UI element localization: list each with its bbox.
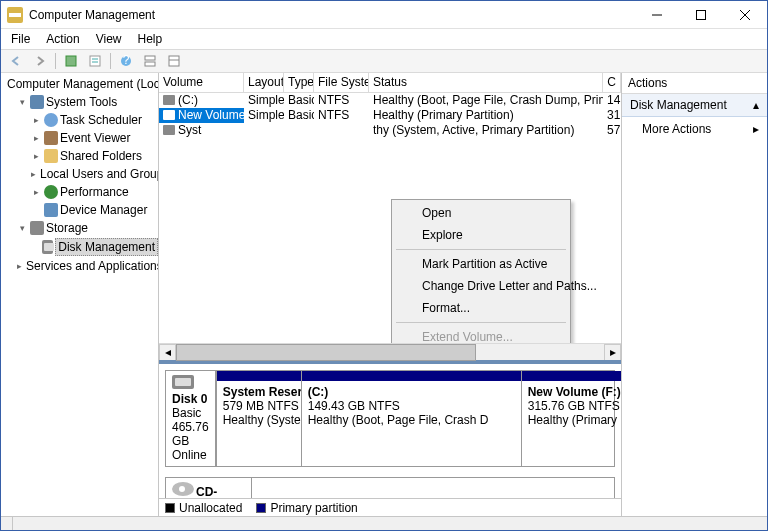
context-menu: Open Explore Mark Partition as Active Ch…	[391, 199, 571, 343]
cell	[244, 123, 284, 138]
svg-rect-12	[169, 56, 179, 66]
back-button[interactable]	[5, 50, 27, 72]
chevron-right-icon[interactable]	[31, 133, 42, 144]
tree-services[interactable]: Services and Applications	[15, 257, 158, 275]
minimize-button[interactable]	[635, 1, 679, 28]
forward-button[interactable]	[29, 50, 51, 72]
volume-row-selected[interactable]: New Volume (F:) Simple Basic NTFS Health…	[159, 108, 621, 123]
chevron-down-icon[interactable]	[17, 223, 28, 234]
collapse-icon[interactable]: ▴	[753, 98, 759, 112]
menu-view[interactable]: View	[90, 31, 128, 47]
tree-storage[interactable]: Storage	[15, 219, 158, 237]
maximize-button[interactable]	[679, 1, 723, 28]
chevron-right-icon[interactable]	[31, 187, 42, 198]
disk-row[interactable]: CD-ROM 0 DVD (E:) No Media	[165, 477, 615, 498]
chevron-right-icon[interactable]	[31, 169, 36, 180]
partition-status: Healthy (Primary Partition)	[528, 413, 621, 427]
disk-row[interactable]: Disk 0 Basic 465.76 GB Online System Res…	[165, 370, 615, 467]
cell: 14	[603, 93, 621, 108]
close-button[interactable]	[723, 1, 767, 28]
actions-more[interactable]: More Actions ▸	[622, 117, 767, 141]
bottom-scrollbar[interactable]	[1, 516, 767, 530]
volume-list[interactable]: (C:) Simple Basic NTFS Healthy (Boot, Pa…	[159, 93, 621, 343]
col-volume[interactable]: Volume	[159, 73, 244, 92]
menubar: File Action View Help	[1, 29, 767, 49]
swatch-black	[165, 503, 175, 513]
tree-task-scheduler[interactable]: Task Scheduler	[29, 111, 158, 129]
disk-header[interactable]: Disk 0 Basic 465.76 GB Online	[166, 371, 216, 466]
volume-row[interactable]: Syst thy (System, Active, Primary Partit…	[159, 123, 621, 138]
separator	[396, 249, 566, 250]
menu-file[interactable]: File	[5, 31, 36, 47]
device-icon	[44, 203, 58, 217]
tree-shared-folders[interactable]: Shared Folders	[29, 147, 158, 165]
tree-system-tools[interactable]: System Tools	[15, 93, 158, 111]
event-icon	[44, 131, 58, 145]
window-title: Computer Management	[29, 8, 635, 22]
col-capacity[interactable]: C	[603, 73, 621, 92]
window-buttons	[635, 1, 767, 28]
ctx-change-drive-letter[interactable]: Change Drive Letter and Paths...	[394, 275, 568, 297]
cell: 57	[603, 123, 621, 138]
scroll-thumb[interactable]	[176, 344, 476, 361]
chevron-right-icon[interactable]	[17, 261, 22, 272]
cell	[314, 123, 369, 138]
scroll-track[interactable]	[176, 344, 604, 361]
help-icon[interactable]: ?	[115, 50, 137, 72]
volume-list-header: Volume Layout Type File System Status C	[159, 73, 621, 93]
cdrom-icon	[172, 482, 194, 496]
partitions	[252, 478, 614, 498]
chevron-right-icon: ▸	[753, 122, 759, 136]
chevron-right-icon[interactable]	[31, 115, 42, 126]
ctx-mark-active[interactable]: Mark Partition as Active	[394, 253, 568, 275]
refresh-icon[interactable]	[60, 50, 82, 72]
chevron-down-icon[interactable]	[17, 97, 28, 108]
disk-type: Basic	[172, 406, 201, 420]
actions-group[interactable]: Disk Management ▴	[622, 94, 767, 117]
performance-icon	[44, 185, 58, 199]
volume-row[interactable]: (C:) Simple Basic NTFS Healthy (Boot, Pa…	[159, 93, 621, 108]
col-status[interactable]: Status	[369, 73, 603, 92]
properties-icon[interactable]	[84, 50, 106, 72]
toolbar-separator	[55, 53, 56, 69]
label: Performance	[60, 184, 129, 200]
col-filesystem[interactable]: File System	[314, 73, 369, 92]
menu-help[interactable]: Help	[132, 31, 169, 47]
tree-event-viewer[interactable]: Event Viewer	[29, 129, 158, 147]
col-layout[interactable]: Layout	[244, 73, 284, 92]
view-detail-icon[interactable]	[163, 50, 185, 72]
actions-panel: Actions Disk Management ▴ More Actions ▸	[622, 73, 767, 516]
tree-local-users[interactable]: Local Users and Groups	[29, 165, 158, 183]
partitions: System Reserv 579 MB NTFS Healthy (Syste…	[216, 371, 621, 466]
tree-root[interactable]: Computer Management (Local	[1, 75, 158, 93]
col-type[interactable]: Type	[284, 73, 314, 92]
ctx-open[interactable]: Open	[394, 202, 568, 224]
partition-stripe	[302, 371, 521, 381]
ctx-explore[interactable]: Explore	[394, 224, 568, 246]
ctx-format[interactable]: Format...	[394, 297, 568, 319]
disk-header[interactable]: CD-ROM 0 DVD (E:) No Media	[166, 478, 252, 498]
svg-text:?: ?	[123, 54, 130, 67]
tree-disk-management[interactable]: Disk Management	[29, 237, 158, 257]
scroll-right-button[interactable]: ▸	[604, 344, 621, 361]
actions-more-label: More Actions	[642, 122, 711, 136]
menu-action[interactable]: Action	[40, 31, 85, 47]
partition-stripe	[522, 371, 621, 381]
horizontal-scrollbar[interactable]: ◂ ▸	[159, 343, 621, 360]
tree-device-manager[interactable]: Device Manager	[29, 201, 158, 219]
toolbar-separator	[110, 53, 111, 69]
view-list-icon[interactable]	[139, 50, 161, 72]
partition-system-reserved[interactable]: System Reserv 579 MB NTFS Healthy (Syste…	[216, 371, 301, 466]
scroll-left-button[interactable]: ◂	[159, 344, 176, 361]
scroll-left-button[interactable]	[1, 517, 13, 530]
chevron-right-icon[interactable]	[31, 151, 42, 162]
cell: Basic	[284, 93, 314, 108]
label: Disk Management	[55, 238, 158, 256]
tree-performance[interactable]: Performance	[29, 183, 158, 201]
partition-c[interactable]: (C:) 149.43 GB NTFS Healthy (Boot, Page …	[301, 371, 521, 466]
partition-f[interactable]: New Volume (F:) 315.76 GB NTFS Healthy (…	[521, 371, 621, 466]
app-icon	[7, 7, 23, 23]
cell: Simple	[244, 108, 284, 123]
actions-group-label: Disk Management	[630, 98, 727, 112]
volume-name: (C:)	[178, 93, 198, 107]
